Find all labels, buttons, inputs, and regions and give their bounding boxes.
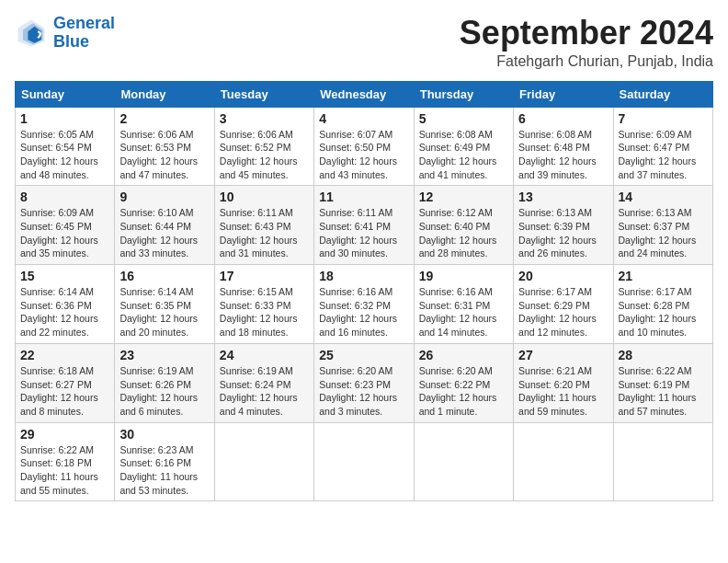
title-block: September 2024 Fatehgarh Churian, Punjab… (460, 15, 713, 70)
day-number: 11 (319, 190, 408, 204)
day-number: 9 (119, 190, 209, 204)
day-number: 15 (20, 269, 109, 283)
day-info: Sunrise: 6:09 AM Sunset: 6:45 PM Dayligh… (20, 206, 109, 260)
day-number: 8 (20, 190, 109, 204)
logo-line2: Blue (53, 32, 89, 51)
day-info: Sunrise: 6:09 AM Sunset: 6:47 PM Dayligh… (619, 128, 708, 182)
day-info: Sunrise: 6:05 AM Sunset: 6:54 PM Dayligh… (20, 128, 109, 182)
col-header-wednesday: Wednesday (314, 81, 414, 107)
day-number: 16 (119, 269, 209, 283)
day-number: 20 (518, 269, 608, 283)
day-number: 25 (319, 348, 408, 362)
day-info: Sunrise: 6:11 AM Sunset: 6:41 PM Dayligh… (319, 206, 408, 260)
day-info: Sunrise: 6:13 AM Sunset: 6:39 PM Dayligh… (518, 206, 608, 260)
calendar-table: SundayMondayTuesdayWednesdayThursdayFrid… (15, 81, 713, 502)
day-info: Sunrise: 6:18 AM Sunset: 6:27 PM Dayligh… (20, 364, 109, 419)
day-number: 14 (619, 190, 708, 204)
calendar-cell: 1Sunrise: 6:05 AM Sunset: 6:54 PM Daylig… (16, 107, 115, 186)
day-info: Sunrise: 6:20 AM Sunset: 6:23 PM Dayligh… (319, 364, 408, 419)
day-number: 29 (20, 427, 109, 442)
calendar-cell: 18Sunrise: 6:16 AM Sunset: 6:32 PM Dayli… (314, 265, 414, 344)
day-info: Sunrise: 6:15 AM Sunset: 6:33 PM Dayligh… (220, 285, 309, 339)
day-number: 24 (220, 348, 309, 362)
calendar-cell: 23Sunrise: 6:19 AM Sunset: 6:26 PM Dayli… (115, 343, 214, 422)
day-info: Sunrise: 6:12 AM Sunset: 6:40 PM Dayligh… (419, 206, 508, 260)
location-subtitle: Fatehgarh Churian, Punjab, India (460, 53, 713, 70)
day-info: Sunrise: 6:19 AM Sunset: 6:24 PM Dayligh… (220, 364, 309, 419)
day-info: Sunrise: 6:19 AM Sunset: 6:26 PM Dayligh… (119, 364, 209, 419)
day-info: Sunrise: 6:10 AM Sunset: 6:44 PM Dayligh… (119, 206, 209, 260)
calendar-cell: 2Sunrise: 6:06 AM Sunset: 6:53 PM Daylig… (115, 107, 214, 186)
day-number: 17 (220, 269, 309, 283)
day-number: 13 (518, 190, 608, 204)
day-number: 27 (518, 348, 608, 362)
calendar-week-4: 22Sunrise: 6:18 AM Sunset: 6:27 PM Dayli… (16, 343, 713, 422)
calendar-cell: 9Sunrise: 6:10 AM Sunset: 6:44 PM Daylig… (115, 186, 214, 265)
col-header-friday: Friday (514, 81, 613, 107)
calendar-week-2: 8Sunrise: 6:09 AM Sunset: 6:45 PM Daylig… (16, 186, 713, 265)
day-info: Sunrise: 6:21 AM Sunset: 6:20 PM Dayligh… (518, 364, 608, 419)
calendar-cell: 30Sunrise: 6:23 AM Sunset: 6:16 PM Dayli… (115, 422, 214, 501)
calendar-week-3: 15Sunrise: 6:14 AM Sunset: 6:36 PM Dayli… (16, 265, 713, 344)
day-info: Sunrise: 6:06 AM Sunset: 6:53 PM Dayligh… (119, 128, 209, 182)
col-header-tuesday: Tuesday (214, 81, 313, 107)
day-info: Sunrise: 6:17 AM Sunset: 6:29 PM Dayligh… (518, 285, 608, 339)
logo-line1: General (53, 14, 115, 32)
day-number: 18 (319, 269, 408, 283)
calendar-cell: 29Sunrise: 6:22 AM Sunset: 6:18 PM Dayli… (16, 422, 115, 501)
calendar-cell: 5Sunrise: 6:08 AM Sunset: 6:49 PM Daylig… (414, 107, 513, 186)
calendar-cell: 12Sunrise: 6:12 AM Sunset: 6:40 PM Dayli… (414, 186, 513, 265)
calendar-cell: 25Sunrise: 6:20 AM Sunset: 6:23 PM Dayli… (314, 343, 414, 422)
col-header-saturday: Saturday (613, 81, 712, 107)
day-number: 26 (419, 348, 508, 362)
calendar-cell (414, 422, 513, 501)
calendar-cell: 3Sunrise: 6:06 AM Sunset: 6:52 PM Daylig… (214, 107, 313, 186)
calendar-cell: 22Sunrise: 6:18 AM Sunset: 6:27 PM Dayli… (16, 343, 115, 422)
calendar-cell: 14Sunrise: 6:13 AM Sunset: 6:37 PM Dayli… (613, 186, 712, 265)
day-number: 1 (20, 111, 109, 126)
day-number: 21 (619, 269, 708, 283)
page-header: General Blue September 2024 Fatehgarh Ch… (15, 15, 713, 70)
day-number: 12 (419, 190, 508, 204)
logo: General Blue (15, 15, 115, 52)
calendar-cell: 17Sunrise: 6:15 AM Sunset: 6:33 PM Dayli… (214, 265, 313, 344)
calendar-cell: 4Sunrise: 6:07 AM Sunset: 6:50 PM Daylig… (314, 107, 414, 186)
day-number: 5 (419, 111, 508, 126)
day-info: Sunrise: 6:23 AM Sunset: 6:16 PM Dayligh… (119, 443, 209, 498)
logo-icon (15, 17, 48, 50)
day-number: 22 (20, 348, 109, 362)
day-info: Sunrise: 6:14 AM Sunset: 6:36 PM Dayligh… (20, 285, 109, 339)
day-info: Sunrise: 6:08 AM Sunset: 6:48 PM Dayligh… (518, 128, 608, 182)
day-info: Sunrise: 6:16 AM Sunset: 6:32 PM Dayligh… (319, 285, 408, 339)
col-header-sunday: Sunday (16, 81, 115, 107)
calendar-cell: 13Sunrise: 6:13 AM Sunset: 6:39 PM Dayli… (514, 186, 613, 265)
calendar-week-1: 1Sunrise: 6:05 AM Sunset: 6:54 PM Daylig… (16, 107, 713, 186)
calendar-cell (613, 422, 712, 501)
day-info: Sunrise: 6:16 AM Sunset: 6:31 PM Dayligh… (419, 285, 508, 339)
calendar-cell: 27Sunrise: 6:21 AM Sunset: 6:20 PM Dayli… (514, 343, 613, 422)
calendar-cell: 20Sunrise: 6:17 AM Sunset: 6:29 PM Dayli… (514, 265, 613, 344)
col-header-monday: Monday (115, 81, 214, 107)
calendar-week-5: 29Sunrise: 6:22 AM Sunset: 6:18 PM Dayli… (16, 422, 713, 501)
day-number: 4 (319, 111, 408, 126)
day-number: 10 (220, 190, 309, 204)
day-info: Sunrise: 6:11 AM Sunset: 6:43 PM Dayligh… (220, 206, 309, 260)
day-info: Sunrise: 6:06 AM Sunset: 6:52 PM Dayligh… (220, 128, 309, 182)
day-number: 6 (518, 111, 608, 126)
calendar-cell (314, 422, 414, 501)
calendar-header-row: SundayMondayTuesdayWednesdayThursdayFrid… (16, 81, 713, 107)
col-header-thursday: Thursday (414, 81, 513, 107)
day-number: 28 (619, 348, 708, 362)
calendar-cell (514, 422, 613, 501)
day-number: 19 (419, 269, 508, 283)
calendar-cell: 24Sunrise: 6:19 AM Sunset: 6:24 PM Dayli… (214, 343, 313, 422)
day-info: Sunrise: 6:13 AM Sunset: 6:37 PM Dayligh… (619, 206, 708, 260)
day-info: Sunrise: 6:07 AM Sunset: 6:50 PM Dayligh… (319, 128, 408, 182)
month-title: September 2024 (460, 15, 713, 52)
calendar-cell: 28Sunrise: 6:22 AM Sunset: 6:19 PM Dayli… (613, 343, 712, 422)
day-number: 2 (119, 111, 209, 126)
calendar-cell: 21Sunrise: 6:17 AM Sunset: 6:28 PM Dayli… (613, 265, 712, 344)
calendar-cell (214, 422, 313, 501)
calendar-cell: 10Sunrise: 6:11 AM Sunset: 6:43 PM Dayli… (214, 186, 313, 265)
day-info: Sunrise: 6:22 AM Sunset: 6:19 PM Dayligh… (619, 364, 708, 419)
